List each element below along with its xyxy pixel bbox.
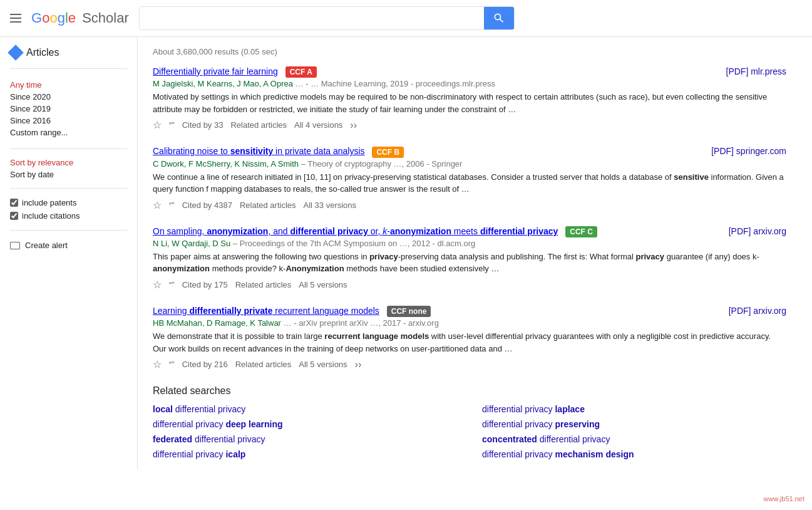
result-title-link-3[interactable]: On sampling, anonymization, and differen…	[153, 226, 558, 236]
star-icon-2[interactable]: ☆	[153, 199, 162, 211]
result-title-link-4[interactable]: Learning differentially private recurren…	[153, 306, 379, 316]
result-title-2: Calibrating noise to sensitivity in priv…	[153, 146, 404, 157]
sort-by-relevance[interactable]: Sort by relevance	[10, 157, 127, 169]
result-authors-3: N Li, W Qardaji, D Su – Proceedings of t…	[153, 239, 786, 248]
result-authors-2: C Dwork, F McSherry, K Nissim, A Smith –…	[153, 159, 786, 169]
cited-by-link-1[interactable]: Cited by 33	[182, 120, 224, 130]
result-title-1: Differentially private fair learning CCF…	[153, 66, 317, 78]
search-input[interactable]: differential privacy	[140, 7, 484, 29]
related-searches-grid: local differential privacy differential …	[153, 404, 786, 459]
result-item-4: Learning differentially private recurren…	[153, 306, 786, 370]
cited-by-link-3[interactable]: Cited by 175	[182, 280, 228, 289]
filter-since2020[interactable]: Since 2020	[10, 91, 127, 103]
result-authors-4: HB McMahan, D Ramage, K Talwar … - arXiv…	[153, 318, 786, 328]
include-citations-label: include citations	[22, 211, 80, 221]
result-snippet-3: This paper aims at answering the followi…	[153, 251, 786, 275]
divider-3	[10, 230, 127, 231]
result-title-3: On sampling, anonymization, and differen…	[153, 226, 597, 237]
pdf-link-4[interactable]: [PDF] arxiv.org	[729, 306, 786, 316]
related-searches-section: Related searches local differential priv…	[153, 385, 786, 459]
result-item-2: Calibrating noise to sensitivity in priv…	[153, 146, 786, 211]
result-actions-2: ☆ “” Cited by 4387 Related articles All …	[153, 199, 786, 211]
versions-link-3[interactable]: All 5 versions	[299, 280, 347, 289]
cite-icon-3[interactable]: “”	[169, 280, 175, 289]
result-item-1: Differentially private fair learning CCF…	[153, 66, 786, 131]
result-title-link-1[interactable]: Differentially private fair learning	[153, 66, 278, 76]
related-item-3[interactable]: differential privacy deep learning	[153, 419, 457, 429]
main-layout: Articles Any time Since 2020 Since 2019 …	[0, 37, 812, 469]
versions-link-2[interactable]: All 33 versions	[304, 200, 357, 210]
related-articles-link-4[interactable]: Related articles	[235, 360, 292, 369]
pdf-link-1[interactable]: [PDF] mlr.press	[726, 66, 786, 76]
cite-icon-2[interactable]: “”	[169, 200, 175, 210]
filter-custom-range[interactable]: Custom range...	[10, 127, 127, 138]
result-actions-1: ☆ “” Cited by 33 Related articles All 4 …	[153, 119, 786, 131]
search-bar: differential privacy	[139, 6, 515, 30]
result-actions-3: ☆ “” Cited by 175 Related articles All 5…	[153, 279, 786, 291]
ccf-badge-4: CCF none	[387, 306, 431, 317]
cited-by-link-2[interactable]: Cited by 4387	[182, 200, 232, 210]
envelope-icon	[10, 242, 20, 249]
filter-since2016[interactable]: Since 2016	[10, 115, 127, 127]
search-icon	[493, 12, 505, 24]
result-title-link-2[interactable]: Calibrating noise to sensitivity in priv…	[153, 146, 365, 156]
ccf-badge-1: CCF A	[285, 66, 317, 78]
related-item-5[interactable]: federated differential privacy	[153, 434, 457, 444]
result-authors-1: M Jagielski, M Kearns, J Mao, A Oprea … …	[153, 79, 786, 88]
ccf-badge-3: CCF C	[565, 226, 597, 237]
cite-icon-1[interactable]: “”	[169, 120, 175, 130]
star-icon-3[interactable]: ☆	[153, 279, 162, 291]
logo-scholar: Scholar	[78, 10, 129, 26]
filter-since2019[interactable]: Since 2019	[10, 103, 127, 115]
versions-link-1[interactable]: All 4 versions	[294, 120, 342, 130]
logo-text: Google	[31, 10, 76, 26]
star-icon-4[interactable]: ☆	[153, 358, 162, 370]
related-item-7[interactable]: differential privacy icalp	[153, 449, 457, 459]
hamburger-menu[interactable]	[10, 14, 21, 23]
time-filter-section: Any time Since 2020 Since 2019 Since 201…	[10, 79, 127, 138]
related-item-4[interactable]: differential privacy preserving	[482, 419, 786, 429]
result-title-row-4: Learning differentially private recurren…	[153, 306, 786, 317]
related-articles-link-2[interactable]: Related articles	[240, 200, 296, 210]
filter-anytime[interactable]: Any time	[10, 79, 127, 91]
ccf-badge-2: CCF B	[372, 147, 404, 158]
result-title-row-1: Differentially private fair learning CCF…	[153, 66, 786, 78]
create-alert[interactable]: Create alert	[10, 238, 127, 252]
related-item-2[interactable]: differential privacy laplace	[482, 404, 786, 414]
articles-label: Articles	[26, 47, 59, 58]
related-item-6[interactable]: concentrated differential privacy	[482, 434, 786, 444]
versions-link-4[interactable]: All 5 versions	[299, 360, 347, 369]
sidebar: Articles Any time Since 2020 Since 2019 …	[0, 37, 138, 469]
articles-diamond-icon	[8, 44, 23, 60]
include-patents-label: include patents	[22, 198, 76, 207]
more-icon-1[interactable]: ››	[350, 120, 357, 131]
related-item-1[interactable]: local differential privacy	[153, 404, 457, 414]
cited-by-link-4[interactable]: Cited by 216	[182, 360, 228, 369]
sidebar-articles-section: Articles	[10, 47, 127, 69]
divider-1	[10, 148, 127, 149]
results-count: About 3,680,000 results (0.05 sec)	[153, 47, 786, 56]
header: Google Scholar differential privacy	[0, 0, 812, 37]
content-area: About 3,680,000 results (0.05 sec) Diffe…	[138, 37, 801, 469]
create-alert-label: Create alert	[25, 241, 68, 250]
checkbox-section: include patents include citations	[10, 196, 127, 222]
result-title-row-3: On sampling, anonymization, and differen…	[153, 226, 786, 237]
result-snippet-4: We demonstrate that it is possible to tr…	[153, 330, 786, 355]
pdf-link-3[interactable]: [PDF] arxiv.org	[729, 226, 786, 236]
related-articles-link-3[interactable]: Related articles	[235, 280, 292, 289]
star-icon-1[interactable]: ☆	[153, 119, 162, 131]
cite-icon-4[interactable]: “”	[169, 360, 175, 369]
pdf-link-2[interactable]: [PDF] springer.com	[711, 146, 786, 156]
search-button[interactable]	[484, 7, 514, 29]
include-citations-checkbox[interactable]: include citations	[10, 209, 127, 222]
related-item-8[interactable]: differential privacy mechanism design	[482, 449, 786, 459]
sort-by-date[interactable]: Sort by date	[10, 169, 127, 180]
sort-section: Sort by relevance Sort by date	[10, 157, 127, 180]
include-patents-checkbox[interactable]: include patents	[10, 196, 127, 209]
divider-2	[10, 188, 127, 189]
related-articles-link-1[interactable]: Related articles	[230, 120, 287, 130]
more-icon-4[interactable]: ››	[355, 359, 362, 370]
result-item-3: On sampling, anonymization, and differen…	[153, 226, 786, 291]
related-searches-title: Related searches	[153, 385, 786, 397]
result-actions-4: ☆ “” Cited by 216 Related articles All 5…	[153, 358, 786, 370]
